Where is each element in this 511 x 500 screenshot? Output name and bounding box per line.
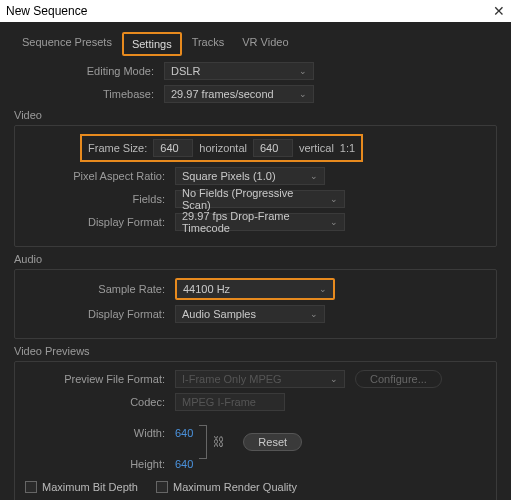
reset-button[interactable]: Reset xyxy=(243,433,302,451)
chevron-down-icon: ⌄ xyxy=(330,194,338,204)
display-format-audio-select[interactable]: Audio Samples ⌄ xyxy=(175,305,325,323)
codec-value: MPEG I-Frame xyxy=(182,396,256,408)
bracket-icon xyxy=(199,425,207,459)
checkbox-icon xyxy=(156,481,168,493)
chevron-down-icon: ⌄ xyxy=(299,66,307,76)
label-fields: Fields: xyxy=(25,193,175,205)
title-bar: New Sequence ✕ xyxy=(0,0,511,22)
label-horizontal: horizontal xyxy=(199,142,247,154)
fields-select[interactable]: No Fields (Progressive Scan) ⌄ xyxy=(175,190,345,208)
frame-width-input[interactable] xyxy=(153,139,193,157)
label-preview-format: Preview File Format: xyxy=(25,373,175,385)
label-width: Width: xyxy=(25,427,175,439)
configure-button: Configure... xyxy=(355,370,442,388)
codec-select: MPEG I-Frame xyxy=(175,393,285,411)
audio-group: Sample Rate: 44100 Hz ⌄ Display Format: … xyxy=(14,269,497,339)
tab-sequence-presets[interactable]: Sequence Presets xyxy=(14,32,120,56)
tab-tracks[interactable]: Tracks xyxy=(184,32,233,56)
close-icon[interactable]: ✕ xyxy=(493,3,505,19)
label-codec: Codec: xyxy=(25,396,175,408)
timebase-select[interactable]: 29.97 frames/second ⌄ xyxy=(164,85,314,103)
link-icon[interactable]: ⛓ xyxy=(213,435,225,449)
preview-format-select: I-Frame Only MPEG ⌄ xyxy=(175,370,345,388)
sample-rate-value: 44100 Hz xyxy=(183,283,230,295)
tab-settings[interactable]: Settings xyxy=(124,34,180,54)
chevron-down-icon: ⌄ xyxy=(319,284,327,294)
preview-format-value: I-Frame Only MPEG xyxy=(182,373,282,385)
section-audio: Audio xyxy=(14,253,497,265)
max-render-label: Maximum Render Quality xyxy=(173,481,297,493)
chevron-down-icon: ⌄ xyxy=(299,89,307,99)
preview-width-input[interactable]: 640 xyxy=(175,427,193,439)
label-vertical: vertical xyxy=(299,142,334,154)
par-select[interactable]: Square Pixels (1.0) ⌄ xyxy=(175,167,325,185)
label-display-format-a: Display Format: xyxy=(25,308,175,320)
tab-vr-video[interactable]: VR Video xyxy=(234,32,296,56)
timebase-value: 29.97 frames/second xyxy=(171,88,274,100)
label-height: Height: xyxy=(25,458,175,470)
window-title: New Sequence xyxy=(6,4,87,18)
highlight-settings-tab: Settings xyxy=(122,32,182,56)
preview-height-input[interactable]: 640 xyxy=(175,458,193,470)
max-bit-depth-label: Maximum Bit Depth xyxy=(42,481,138,493)
label-sample-rate: Sample Rate: xyxy=(25,283,175,295)
label-editing-mode: Editing Mode: xyxy=(14,65,164,77)
max-render-checkbox[interactable]: Maximum Render Quality xyxy=(156,481,297,493)
fields-value: No Fields (Progressive Scan) xyxy=(182,187,322,211)
tab-bar: Sequence Presets Settings Tracks VR Vide… xyxy=(14,32,497,56)
max-bit-depth-checkbox[interactable]: Maximum Bit Depth xyxy=(25,481,138,493)
checkbox-icon xyxy=(25,481,37,493)
label-timebase: Timebase: xyxy=(14,88,164,100)
display-format-video-select[interactable]: 29.97 fps Drop-Frame Timecode ⌄ xyxy=(175,213,345,231)
section-video: Video xyxy=(14,109,497,121)
section-video-previews: Video Previews xyxy=(14,345,497,357)
chevron-down-icon: ⌄ xyxy=(310,309,318,319)
display-format-a-value: Audio Samples xyxy=(182,308,256,320)
video-previews-group: Preview File Format: I-Frame Only MPEG ⌄… xyxy=(14,361,497,500)
frame-height-input[interactable] xyxy=(253,139,293,157)
highlight-sample-rate: 44100 Hz ⌄ xyxy=(175,278,335,300)
par-value: Square Pixels (1.0) xyxy=(182,170,276,182)
editing-mode-select[interactable]: DSLR ⌄ xyxy=(164,62,314,80)
chevron-down-icon: ⌄ xyxy=(330,217,338,227)
label-frame-size: Frame Size: xyxy=(88,142,147,154)
highlight-frame-size: Frame Size: horizontal vertical 1:1 xyxy=(80,134,363,162)
video-group: Frame Size: horizontal vertical 1:1 Pixe… xyxy=(14,125,497,247)
chevron-down-icon: ⌄ xyxy=(330,374,338,384)
sample-rate-select[interactable]: 44100 Hz ⌄ xyxy=(177,280,333,298)
chevron-down-icon: ⌄ xyxy=(310,171,318,181)
editing-mode-value: DSLR xyxy=(171,65,200,77)
label-par: Pixel Aspect Ratio: xyxy=(25,170,175,182)
label-display-format-v: Display Format: xyxy=(25,216,175,228)
aspect-ratio: 1:1 xyxy=(340,142,355,154)
display-format-v-value: 29.97 fps Drop-Frame Timecode xyxy=(182,210,322,234)
